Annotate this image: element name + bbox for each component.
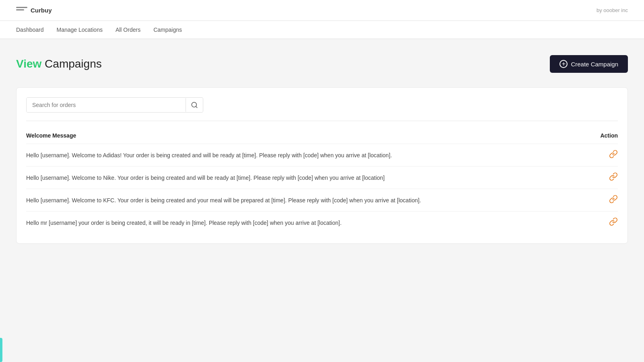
table-card: Welcome Message Action Hello [username].… <box>16 87 628 244</box>
svg-line-1 <box>196 106 197 107</box>
plus-circle-icon: + <box>559 60 568 68</box>
table-row: Hello [username]. Welcome to Adidas! You… <box>26 144 618 167</box>
by-label: by ooober inc <box>597 7 628 13</box>
top-bar: Curbuy by ooober inc <box>0 0 644 21</box>
table-header-row: Welcome Message Action <box>26 128 618 144</box>
action-cell <box>592 144 618 167</box>
page-header: View Campaigns + Create Campaign <box>16 55 628 73</box>
page-title-highlight: View <box>16 58 41 70</box>
app-name: Curbuy <box>31 7 52 14</box>
nav-item-campaigns[interactable]: Campaigns <box>153 25 182 35</box>
table-row: Hello mr [username] your order is being … <box>26 212 618 234</box>
create-campaign-label: Create Campaign <box>571 61 618 68</box>
edit-icon[interactable] <box>609 151 618 160</box>
action-cell <box>592 167 618 189</box>
table-row: Hello [username]. Welcome to KFC. Your o… <box>26 189 618 212</box>
table-row: Hello [username]. Welcome to Nike. Your … <box>26 167 618 189</box>
create-campaign-button[interactable]: + Create Campaign <box>550 55 628 73</box>
page-title: View Campaigns <box>16 58 102 70</box>
bottom-tab <box>0 338 2 362</box>
logo-icon <box>16 7 27 14</box>
search-icon <box>191 101 198 109</box>
search-input[interactable] <box>27 98 186 112</box>
nav-item-dashboard[interactable]: Dashboard <box>16 25 44 35</box>
main-content: View Campaigns + Create Campaign <box>0 39 644 260</box>
nav-item-all-orders[interactable]: All Orders <box>116 25 140 35</box>
col-header-message: Welcome Message <box>26 128 592 144</box>
edit-icon[interactable] <box>609 174 618 183</box>
campaign-message: Hello [username]. Welcome to Adidas! You… <box>26 144 592 167</box>
campaign-message: Hello [username]. Welcome to Nike. Your … <box>26 167 592 189</box>
edit-icon[interactable] <box>609 219 618 228</box>
search-area <box>26 97 618 113</box>
page-title-rest: Campaigns <box>41 58 101 70</box>
action-cell <box>592 212 618 234</box>
nav-bar: Dashboard Manage Locations All Orders Ca… <box>0 21 644 39</box>
edit-icon[interactable] <box>609 196 618 205</box>
campaigns-table: Welcome Message Action Hello [username].… <box>26 128 618 234</box>
logo-area: Curbuy <box>16 7 52 14</box>
search-button[interactable] <box>186 98 203 112</box>
col-header-action: Action <box>592 128 618 144</box>
nav-item-manage-locations[interactable]: Manage Locations <box>57 25 103 35</box>
action-cell <box>592 189 618 212</box>
search-input-wrap <box>26 97 203 113</box>
table-divider <box>26 121 618 121</box>
campaign-message: Hello [username]. Welcome to KFC. Your o… <box>26 189 592 212</box>
campaign-message: Hello mr [username] your order is being … <box>26 212 592 234</box>
